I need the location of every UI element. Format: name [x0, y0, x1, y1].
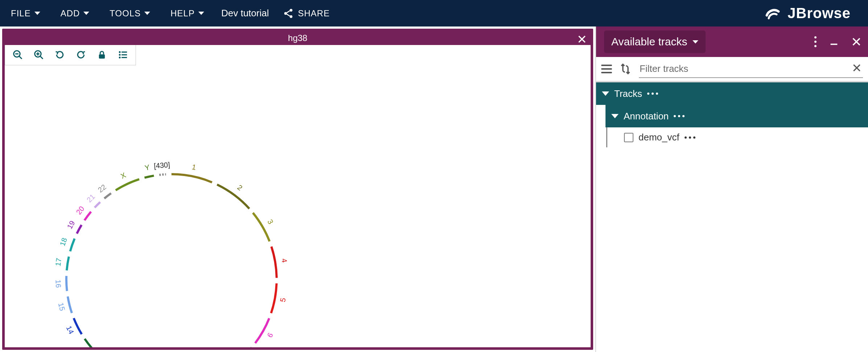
group-tracks-label: Tracks [614, 88, 642, 99]
svg-point-1 [289, 9, 292, 12]
minimize-button[interactable] [829, 37, 839, 47]
group-annotation-label: Annotation [624, 111, 669, 122]
brand-icon [763, 4, 782, 23]
circular-ideogram: 12345678910111213141516171819202122XY[43… [5, 65, 585, 347]
panel-menu-button[interactable] [814, 36, 817, 47]
svg-rect-5 [99, 54, 105, 59]
connections-icon[interactable] [619, 63, 632, 75]
view-panel: hg38 [0, 26, 595, 352]
list-icon [117, 49, 128, 60]
svg-text:14: 14 [65, 324, 76, 335]
svg-point-0 [284, 12, 287, 15]
share-button[interactable]: SHARE [276, 3, 336, 24]
caret-down-icon [83, 12, 89, 15]
menu-file-label: FILE [11, 8, 31, 19]
svg-text:17: 17 [54, 257, 63, 266]
svg-text:20: 20 [75, 205, 86, 216]
caret-down-icon [34, 12, 40, 15]
close-panel-button[interactable] [851, 37, 861, 47]
panel-hamburger-button[interactable] [601, 65, 612, 73]
track-selector-button[interactable] [112, 46, 133, 64]
brand-text: JBrowse [788, 5, 851, 21]
top-menu-bar: FILE ADD TOOLS HELP Dev tutorial SHARE [0, 0, 868, 26]
share-icon [283, 8, 294, 19]
view-toolbar [5, 45, 136, 65]
group-annotation-menu[interactable] [674, 115, 685, 117]
clear-filter-button[interactable] [851, 62, 863, 75]
svg-text:18: 18 [58, 237, 69, 247]
panel-header: Available tracks [596, 26, 868, 57]
svg-point-2 [289, 15, 292, 18]
rotate-ccw-icon [54, 49, 65, 60]
svg-text:22: 22 [96, 183, 108, 194]
track-row: demo_vcf [606, 127, 868, 147]
svg-text:4: 4 [280, 258, 289, 263]
svg-text:21: 21 [85, 192, 96, 204]
panel-title-label: Available tracks [611, 36, 687, 48]
svg-text:16: 16 [54, 279, 63, 288]
chevron-down-icon [611, 114, 619, 118]
svg-point-7 [119, 54, 121, 56]
chevron-down-icon [602, 91, 609, 96]
track-menu-button[interactable] [685, 136, 695, 139]
svg-text:3: 3 [266, 218, 275, 226]
track-selector-panel: Available tracks [595, 26, 868, 352]
caret-down-icon [693, 40, 698, 44]
svg-text:15: 15 [57, 302, 67, 312]
track-checkbox[interactable] [624, 133, 633, 142]
svg-text:[430]: [430] [153, 161, 170, 170]
caret-down-icon [198, 12, 204, 15]
rotate-cw-button[interactable] [70, 46, 91, 64]
svg-point-8 [119, 57, 121, 58]
svg-text:6: 6 [266, 331, 275, 339]
menu-tools-label: TOOLS [109, 8, 141, 19]
svg-text:X: X [119, 171, 127, 180]
track-label: demo_vcf [638, 132, 679, 143]
filter-tracks-input[interactable] [639, 62, 851, 76]
svg-point-6 [119, 51, 121, 53]
brand-logo: JBrowse [763, 4, 861, 23]
menu-add-label: ADD [61, 8, 80, 19]
group-tracks[interactable]: Tracks [596, 82, 868, 105]
close-icon [852, 63, 861, 73]
lock-button[interactable] [91, 46, 112, 64]
zoom-out-button[interactable] [7, 46, 28, 64]
panel-title-dropdown[interactable]: Available tracks [604, 30, 706, 53]
zoom-in-button[interactable] [28, 46, 49, 64]
view-titlebar: hg38 [5, 31, 591, 45]
menu-help[interactable]: HELP [167, 5, 208, 21]
zoom-out-icon [12, 49, 23, 60]
view-title: hg38 [288, 33, 307, 43]
lock-icon [97, 50, 107, 60]
svg-text:13: 13 [79, 346, 90, 347]
view-close-button[interactable] [576, 33, 588, 45]
rotate-cw-icon [75, 49, 86, 60]
svg-text:Y: Y [144, 163, 150, 172]
session-name: Dev tutorial [221, 8, 269, 19]
svg-text:2: 2 [236, 183, 244, 192]
menu-tools[interactable]: TOOLS [106, 5, 154, 21]
svg-text:19: 19 [66, 219, 77, 230]
circular-view-body[interactable]: 12345678910111213141516171819202122XY[43… [5, 65, 591, 347]
close-icon [577, 34, 587, 44]
group-annotation[interactable]: Annotation [605, 105, 868, 127]
share-label: SHARE [298, 8, 330, 19]
menu-add[interactable]: ADD [57, 5, 93, 21]
svg-text:1: 1 [191, 163, 197, 172]
rotate-ccw-button[interactable] [49, 46, 70, 64]
caret-down-icon [144, 12, 150, 15]
zoom-in-icon [33, 49, 44, 60]
group-tracks-menu[interactable] [647, 93, 658, 95]
panel-toolbar [596, 57, 868, 82]
menu-help-label: HELP [170, 8, 195, 19]
svg-text:5: 5 [278, 297, 287, 303]
menu-file[interactable]: FILE [7, 5, 44, 21]
